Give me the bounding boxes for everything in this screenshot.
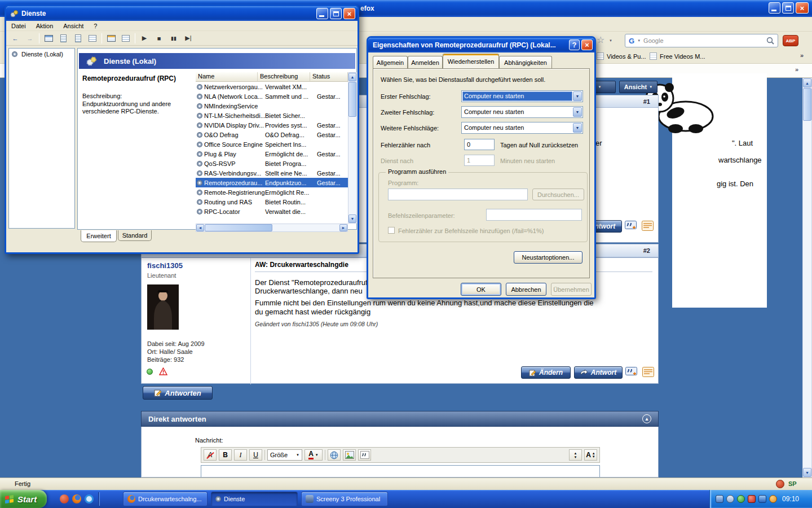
insert-image-icon[interactable] xyxy=(343,449,356,461)
star-dropdown-icon[interactable]: ▼ xyxy=(609,39,612,42)
stop-service-icon[interactable]: ■ xyxy=(153,33,165,43)
table-row[interactable]: Plug & PlayErmöglicht de...Gestar... xyxy=(196,149,348,159)
table-row[interactable]: NLA (Network Loca...Sammelt und ...Gesta… xyxy=(196,91,348,101)
multiquote-icon[interactable] xyxy=(625,367,638,378)
tree-item-services-local[interactable]: Dienste (Lokal) xyxy=(9,49,74,60)
properties-icon[interactable] xyxy=(58,33,69,43)
table-row-selected[interactable]: Remoteprozedurau...Endpunktzuo...Gestar.… xyxy=(196,178,348,187)
dropdown-arrow-icon[interactable]: ▼ xyxy=(573,107,582,117)
second-failure-select[interactable]: Computer neu starten ▼ xyxy=(461,106,583,118)
table-row[interactable]: RPC-LocatorVerwaltet die... xyxy=(196,207,348,216)
table-row[interactable]: NMIndexingService xyxy=(196,101,348,111)
quick-launch-app-icon[interactable] xyxy=(60,494,69,503)
tray-security-icon[interactable] xyxy=(748,495,756,503)
username-link[interactable]: fischi1305 xyxy=(147,261,183,270)
table-row[interactable]: Remote-RegistrierungErmöglicht Re... xyxy=(196,187,348,197)
table-row[interactable]: QoS-RSVPBietet Progra... xyxy=(196,159,348,168)
font-size-select[interactable]: Größe▼ xyxy=(267,449,302,461)
post-number[interactable]: #2 xyxy=(643,247,650,254)
first-failure-select[interactable]: Computer neu starten ▼ xyxy=(461,90,583,102)
scroll-up-icon[interactable]: ▲ xyxy=(803,78,811,87)
search-engine-dropdown-icon[interactable]: ▼ xyxy=(637,39,641,42)
dropdown-arrow-icon[interactable]: ▼ xyxy=(573,123,582,133)
bold-icon[interactable]: B xyxy=(219,449,232,461)
dropdown-arrow-icon[interactable]: ▼ xyxy=(573,91,582,101)
ok-button[interactable]: OK xyxy=(461,283,501,296)
close-icon[interactable]: × xyxy=(581,40,593,50)
tab-allgemein[interactable]: Allgemein xyxy=(373,56,408,68)
scroll-down-icon[interactable]: ▼ xyxy=(803,468,811,477)
tray-update-icon[interactable] xyxy=(737,495,745,503)
scroll-up-icon[interactable]: ▲ xyxy=(348,73,356,81)
tab-abhaengigkeiten[interactable]: Abhängigkeiten xyxy=(499,56,552,68)
help-window-icon[interactable] xyxy=(105,33,117,43)
forward-icon[interactable]: → xyxy=(24,33,36,43)
underline-icon[interactable]: U xyxy=(249,449,262,461)
view-button[interactable]: Ansicht▼ xyxy=(619,81,657,93)
minimize-icon[interactable] xyxy=(769,2,780,14)
new-reply-button[interactable]: Antworten xyxy=(143,386,213,400)
scroll-down-icon[interactable]: ▼ xyxy=(348,214,356,223)
back-icon[interactable]: ← xyxy=(10,33,21,43)
edit-button[interactable]: Ändern xyxy=(521,366,571,379)
close-icon[interactable]: × xyxy=(796,2,809,14)
minimize-icon[interactable] xyxy=(316,8,328,19)
help-icon[interactable]: ? xyxy=(569,40,580,50)
quick-launch-firefox-icon[interactable] xyxy=(72,494,81,503)
remove-format-icon[interactable]: A xyxy=(204,449,217,461)
restart-options-button[interactable]: Neustartoptionen... xyxy=(514,251,582,264)
table-row[interactable]: NT-LM-Sicherheitsdi...Bietet Sicher... xyxy=(196,111,348,120)
bookmark-item[interactable]: Free Videos M... xyxy=(650,52,705,60)
adblock-plus-icon[interactable]: ABP xyxy=(783,35,798,46)
close-icon[interactable]: × xyxy=(343,8,355,19)
start-button[interactable]: Start xyxy=(0,490,47,508)
scrollbar-thumb[interactable] xyxy=(348,82,356,117)
menu-hilfe[interactable]: ? xyxy=(89,21,102,30)
table-row[interactable]: Routing und RASBietet Routin... xyxy=(196,197,348,207)
bookmarks-overflow-icon[interactable]: » xyxy=(800,52,804,59)
table-row[interactable]: RAS-Verbindungsv...Stellt eine Ne...Gest… xyxy=(196,168,348,178)
quick-reply-icon[interactable] xyxy=(642,221,654,232)
maximize-icon[interactable] xyxy=(782,2,794,14)
italic-icon[interactable]: I xyxy=(234,449,247,461)
tray-messenger-icon[interactable] xyxy=(769,495,777,503)
menu-ansicht[interactable]: Ansicht xyxy=(58,21,89,30)
tray-display-icon[interactable] xyxy=(716,495,723,503)
tab-wiederherstellen[interactable]: Wiederherstellen xyxy=(443,54,499,68)
list-vertical-scrollbar[interactable]: ▲ ▼ xyxy=(348,72,357,224)
subsequent-failures-select[interactable]: Computer neu starten ▼ xyxy=(461,122,583,134)
column-header-beschreibung[interactable]: Beschreibung xyxy=(258,72,310,82)
table-row[interactable]: O&O DefragO&O Defrag...Gestar... xyxy=(196,130,348,139)
bookmark-star-icon[interactable]: ☆ xyxy=(597,34,604,45)
column-header-name[interactable]: Name xyxy=(196,72,258,82)
menu-datei[interactable]: Datei xyxy=(6,21,31,30)
reset-days-input[interactable] xyxy=(464,139,495,150)
scrollbar-thumb[interactable] xyxy=(803,88,811,121)
task-button-dienste[interactable]: Dienste xyxy=(211,492,298,506)
report-post-icon[interactable] xyxy=(159,367,167,375)
restart-service-icon[interactable]: ▶| xyxy=(183,33,194,43)
post-number[interactable]: #1 xyxy=(643,98,650,105)
tray-volume-icon[interactable] xyxy=(726,495,734,503)
insert-link-icon[interactable] xyxy=(328,449,341,461)
column-header-status[interactable]: Status xyxy=(310,72,348,82)
quick-launch-internet-explorer-icon[interactable] xyxy=(85,494,94,503)
toolbar-overflow-icon[interactable]: » xyxy=(795,66,798,73)
reply-button[interactable]: Antwort xyxy=(574,366,623,379)
maximize-icon[interactable] xyxy=(330,8,342,19)
task-button-forum[interactable]: Drcukerwarteschalng... xyxy=(123,492,208,506)
avatar-image[interactable] xyxy=(147,284,179,330)
pause-service-icon[interactable]: ▮▮ xyxy=(168,33,179,43)
collapse-icon[interactable]: ▴ xyxy=(642,414,651,423)
quick-reply-icon[interactable] xyxy=(642,367,655,378)
search-input[interactable]: G ▼ Google xyxy=(625,34,778,47)
tab-anmelden[interactable]: Anmelden xyxy=(408,56,443,68)
table-row[interactable]: Netzwerkversorgau...Verwaltet XM... xyxy=(196,82,348,91)
multiquote-icon[interactable] xyxy=(625,221,637,232)
message-textarea[interactable] xyxy=(201,465,600,478)
search-magnifier-icon[interactable] xyxy=(766,37,774,45)
tab-standard[interactable]: Standard xyxy=(118,230,152,241)
bookmark-item[interactable]: Videos & Pu... xyxy=(597,52,646,60)
tray-network-icon[interactable] xyxy=(758,495,766,503)
resize-text-icon[interactable]: A ▲▼ xyxy=(584,449,597,461)
